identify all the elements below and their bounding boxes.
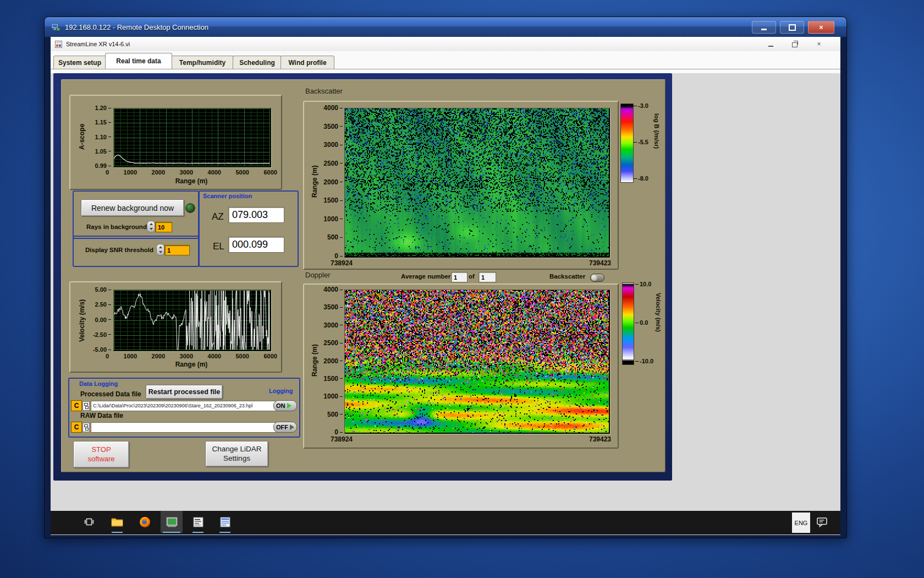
- scanner-position-groupbox: Scanner position AZ 079.003 EL 000.099: [199, 190, 299, 267]
- tab-scheduling[interactable]: Scheduling: [233, 56, 282, 69]
- raw-drive-box[interactable]: C: [71, 422, 82, 433]
- rdp-maximize-button[interactable]: [780, 21, 804, 34]
- doppler-cb-tick-2: -10.0: [635, 358, 653, 364]
- average-number-label: Average number: [401, 273, 450, 280]
- tab-temp-humidity[interactable]: Temp/humidity: [171, 56, 234, 69]
- processed-data-file-label: Processed Data file: [80, 390, 141, 398]
- raw-logging-toggle-off[interactable]: OFF: [273, 422, 297, 433]
- az-value-field[interactable]: 079.003: [228, 207, 284, 223]
- backscatter-plot-area: [344, 108, 610, 258]
- doppler-cb-tick-0: 10.0: [635, 281, 651, 287]
- change-lidar-settings-button[interactable]: Change LiDARSettings: [205, 441, 268, 467]
- raw-path-row: C: [71, 422, 277, 433]
- vi-minimize-button[interactable]: [762, 39, 779, 48]
- el-value-field[interactable]: 000.099: [228, 237, 284, 253]
- tab-real-time-data[interactable]: Real time data: [105, 53, 172, 69]
- backscatter-canvas: [345, 108, 609, 257]
- rdp-titlebar: 192.168.0.122 - Remote Desktop Connectio…: [45, 17, 846, 37]
- backscatter-cb-tick-2: -8.0: [634, 175, 648, 182]
- backscatter-doppler-toggle[interactable]: [590, 274, 604, 282]
- doppler-colorbar: [622, 282, 634, 365]
- scanner-position-title: Scanner position: [203, 193, 252, 199]
- ascope-y-axis-label: A-scope: [78, 114, 86, 159]
- tab-wind-profile[interactable]: Wind profile: [280, 56, 334, 69]
- data-logging-title: Data Logging: [79, 380, 118, 387]
- average-number-field[interactable]: 1: [451, 272, 468, 282]
- restart-processed-file-button[interactable]: Restart processed file: [146, 385, 223, 399]
- rdp-close-button[interactable]: ×: [808, 21, 834, 34]
- backscatter-yticks: 4000 3500 3000 2500 2000 1500 1000 500 0: [318, 104, 343, 260]
- backscatter-title: Backscatter: [305, 87, 343, 95]
- rays-spinner[interactable]: [147, 221, 155, 232]
- velocity-yticks: 5.00 2.50 0.00 -2.50 -5.00: [87, 286, 111, 353]
- notes-app-button[interactable]: [214, 511, 236, 533]
- raw-browse-icon[interactable]: [82, 423, 90, 432]
- rdp-window-title: 192.168.0.122 - Remote Desktop Connectio…: [65, 23, 208, 31]
- vi-close-button[interactable]: ×: [811, 39, 827, 48]
- vi-restore-button[interactable]: [787, 39, 803, 48]
- file-explorer-button[interactable]: [106, 511, 128, 533]
- rdp-window: 192.168.0.122 - Remote Desktop Connectio…: [44, 17, 847, 538]
- toggle-knob: [591, 275, 597, 281]
- backscatter-y-axis-label: Range (m): [311, 157, 318, 206]
- logging-label: Logging: [269, 388, 293, 394]
- az-label: AZ: [212, 211, 224, 222]
- remote-desktop-view: StreamLine XR v14-6.vi × System setup Re…: [51, 37, 840, 535]
- front-panel-background: A-scope 1.20 1.15 1.10 1.05 0.99 0: [53, 73, 672, 481]
- snr-spinner[interactable]: [156, 244, 164, 255]
- processed-logging-toggle-on[interactable]: ON: [273, 400, 297, 411]
- data-logging-groupbox: Data Logging Processed Data file Restart…: [68, 378, 300, 438]
- remote-desktop-icon: [51, 23, 61, 31]
- chat-icon[interactable]: [816, 516, 828, 530]
- velocity-canvas: [114, 290, 270, 350]
- doppler-x-right: 739423: [584, 435, 611, 443]
- velocity-y-axis-label: Velocity (m/s): [78, 295, 86, 346]
- doppler-canvas: [345, 290, 609, 433]
- ascope-x-axis-label: Range (m): [113, 177, 270, 185]
- doppler-graph: Range (m) 4000 3500 3000 2500 2000 1500 …: [303, 283, 619, 449]
- backscatter-x-left: 738924: [331, 259, 353, 267]
- renew-background-button[interactable]: Renew background now: [81, 199, 184, 216]
- tab-strip: System setup Real time data Temp/humidit…: [51, 51, 840, 69]
- raw-path-field[interactable]: [91, 422, 277, 433]
- backscatter-toggle-label: Backscatter: [549, 273, 585, 280]
- task-view-button[interactable]: [78, 511, 100, 533]
- snr-threshold-label: Display SNR threshold: [85, 247, 153, 253]
- running-indicator: [219, 532, 230, 533]
- backscatter-cb-tick-1: -5.5: [634, 139, 648, 145]
- background-groupbox: Renew background now Rays in background …: [73, 190, 199, 239]
- scan-schedule-app-button[interactable]: [187, 511, 209, 533]
- doppler-cb-label: Velocity (m/s): [655, 293, 662, 353]
- velocity-graph: Velocity (m/s) 5.00 2.50 0.00 -2.50 -5.0…: [69, 281, 282, 373]
- ascope-canvas: [114, 108, 270, 166]
- ascope-yticks: 1.20 1.15 1.10 1.05 0.99: [89, 105, 111, 169]
- el-label: EL: [213, 241, 224, 252]
- processed-drive-box[interactable]: C: [71, 400, 82, 411]
- doppler-plot-area: [344, 290, 610, 434]
- ascope-graph: A-scope 1.20 1.15 1.10 1.05 0.99 0: [69, 95, 282, 190]
- tab-system-setup[interactable]: System setup: [53, 56, 106, 69]
- language-indicator[interactable]: ENG: [792, 512, 810, 533]
- running-indicator: [193, 532, 204, 533]
- rays-value-field[interactable]: 10: [155, 222, 172, 232]
- on-led-icon: [287, 403, 292, 408]
- doppler-x-left: 738924: [331, 435, 353, 443]
- average-total-field[interactable]: 1: [479, 272, 496, 282]
- backscatter-cb-tick-0: -3.0: [634, 102, 648, 109]
- vi-window-title: StreamLine XR v14-6.vi: [66, 41, 130, 47]
- rdp-minimize-button[interactable]: [752, 21, 776, 34]
- velocity-plot-area: [113, 290, 272, 352]
- velocity-xticks: 0 1000 2000 3000 4000 5000 6000: [106, 353, 277, 359]
- processed-browse-icon[interactable]: [82, 401, 90, 411]
- rays-in-background-label: Rays in background: [86, 223, 147, 230]
- snr-value-field[interactable]: 1: [164, 245, 190, 255]
- doppler-yticks: 4000 3500 3000 2500 2000 1500 1000 500 0: [318, 286, 343, 436]
- running-indicator: [163, 532, 180, 533]
- streamline-app-button[interactable]: [161, 511, 183, 533]
- firefox-button[interactable]: [134, 511, 156, 533]
- backscatter-x-right: 739423: [584, 259, 611, 267]
- backscatter-cb-label: log B (/m/sr): [653, 113, 660, 174]
- velocity-x-axis-label: Range (m): [113, 361, 270, 368]
- stop-software-button[interactable]: STOPsoftware: [73, 441, 129, 468]
- processed-path-field[interactable]: C:\Lidar\Data\Proc\2023\202309\20230906\…: [91, 401, 277, 411]
